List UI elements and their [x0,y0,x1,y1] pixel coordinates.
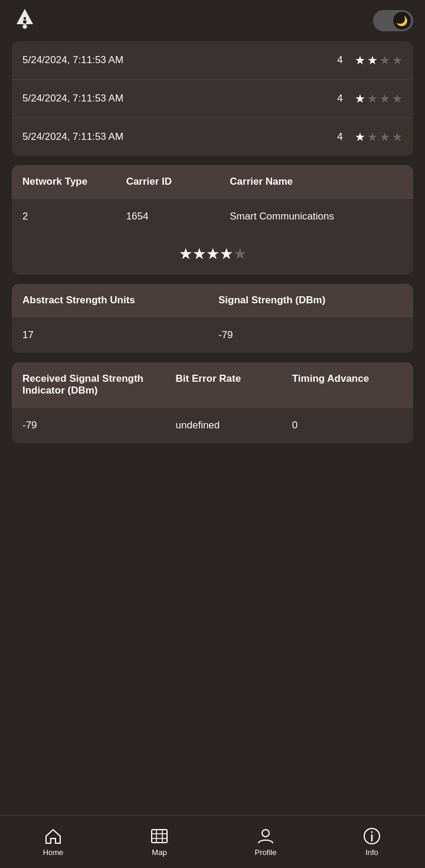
main-content: 5/24/2024, 7:11:53 AM 4 ★ ★ ★ ★ 5/24/202… [0,41,425,512]
star: ★ [367,53,378,67]
history-stars-2: ★ ★ ★ ★ [355,91,403,106]
carrier-name-header: Carrier Name [230,176,403,188]
network-table-row: 2 1654 Smart Communications [12,198,413,234]
carrier-id-header: Carrier ID [126,176,230,188]
svg-point-3 [24,17,26,19]
history-count-2: 4 [325,93,355,104]
nav-item-home[interactable]: Home [0,827,106,857]
nav-item-map[interactable]: Map [106,827,212,857]
history-date-1: 5/24/2024, 7:11:53 AM [22,54,325,66]
star: ★ [355,130,365,144]
star: ★ [220,245,233,263]
carrier-id-value: 1654 [126,211,230,222]
star: ★ [392,91,403,106]
star: ★ [392,53,403,67]
nav-label-profile: Profile [255,848,277,857]
history-stars-3: ★ ★ ★ ★ [355,130,403,144]
signal-strength-header: Signal Strength (DBm) [218,294,403,306]
network-type-header: Network Type [22,176,126,188]
network-rating-stars: ★ ★ ★ ★ ★ [12,234,413,274]
home-icon [44,827,63,846]
timing-value: 0 [292,420,403,431]
history-date-2: 5/24/2024, 7:11:53 AM [22,93,325,104]
profile-icon [256,827,275,846]
nav-label-info: Info [365,848,378,857]
rssi-header: Received Signal Strength Indicator (DBm) [22,373,170,397]
star: ★ [367,91,378,106]
star: ★ [367,130,378,144]
svg-point-4 [24,25,26,28]
history-row-2: 5/24/2024, 7:11:53 AM 4 ★ ★ ★ ★ [12,80,413,118]
star: ★ [355,91,365,106]
info-icon [362,827,381,846]
history-row-3: 5/24/2024, 7:11:53 AM 4 ★ ★ ★ ★ [12,118,413,156]
signal-table-row: 17 -79 [12,317,413,353]
signal-table: Abstract Strength Units Signal Strength … [12,284,413,353]
rssi-table-header: Received Signal Strength Indicator (DBm)… [12,362,413,407]
rssi-table: Received Signal Strength Indicator (DBm)… [12,362,413,443]
history-date-3: 5/24/2024, 7:11:53 AM [22,131,325,143]
star: ★ [380,130,390,144]
star: ★ [179,245,192,263]
star: ★ [206,245,220,263]
star: ★ [392,130,403,144]
history-section: 5/24/2024, 7:11:53 AM 4 ★ ★ ★ ★ 5/24/202… [12,41,413,156]
star: ★ [380,53,390,67]
svg-point-2 [23,20,27,24]
history-row-1: 5/24/2024, 7:11:53 AM 4 ★ ★ ★ ★ [12,41,413,80]
abstract-strength-value: 17 [22,329,207,341]
rssi-table-row: -79 undefined 0 [12,407,413,443]
header: 🌙 [0,0,425,41]
svg-rect-5 [152,830,167,843]
ber-header: Bit Error Rate [176,373,286,397]
svg-point-11 [371,831,373,833]
bottom-nav: Home Map Profile Info [0,815,425,868]
map-icon [150,827,169,846]
network-type-value: 2 [22,211,126,222]
timing-header: Timing Advance [292,373,403,397]
rssi-value: -79 [22,420,170,431]
history-stars-1: ★ ★ ★ ★ [355,53,403,67]
signal-strength-value: -79 [218,329,403,341]
abstract-strength-header: Abstract Strength Units [22,294,207,306]
star: ★ [380,91,390,106]
network-table: Network Type Carrier ID Carrier Name 2 1… [12,165,413,274]
star: ★ [355,53,365,67]
history-count-1: 4 [325,54,355,66]
svg-point-8 [262,830,269,837]
nav-item-info[interactable]: Info [319,827,425,857]
dark-mode-toggle[interactable]: 🌙 [373,10,413,31]
star: ★ [233,245,247,263]
network-table-header: Network Type Carrier ID Carrier Name [12,165,413,198]
app-logo [12,6,38,35]
nav-label-map: Map [152,848,166,857]
ber-value: undefined [176,420,286,431]
nav-item-profile[interactable]: Profile [212,827,319,857]
nav-label-home: Home [43,848,64,857]
history-count-3: 4 [325,131,355,143]
signal-table-header: Abstract Strength Units Signal Strength … [12,284,413,317]
star: ★ [192,245,206,263]
carrier-name-value: Smart Communications [230,211,403,222]
